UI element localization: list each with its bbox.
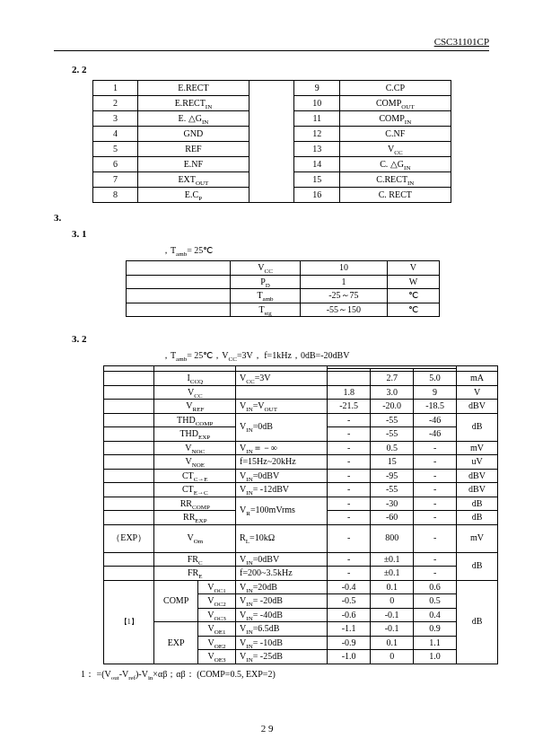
pin-num: 1 bbox=[92, 81, 138, 96]
param-unit: dB bbox=[457, 497, 498, 511]
param-cond: f=200~3.5kHz bbox=[236, 567, 328, 581]
param-cond: VIN= -40dB bbox=[236, 608, 328, 622]
param-min: - bbox=[328, 511, 371, 525]
param-max: 1.1 bbox=[414, 636, 457, 650]
page-number: 2 9 bbox=[0, 723, 534, 734]
param-cond: VIN= -25dB bbox=[236, 650, 328, 664]
param-max: 5.0 bbox=[414, 372, 457, 386]
param-cond: VIN=20dB bbox=[236, 580, 328, 594]
param-max: 1.0 bbox=[414, 650, 457, 664]
pin-name: E. △GIN bbox=[138, 111, 249, 127]
param-group bbox=[104, 427, 154, 442]
param-group bbox=[104, 441, 154, 455]
pin-num: 5 bbox=[92, 142, 138, 157]
param-max: -46 bbox=[414, 427, 457, 442]
footnote-1: 1： =(Vout-Vref)-Vin×αβ；αβ： (COMP=0.5, EX… bbox=[81, 668, 489, 681]
sec31-condition: ，Tamb= 25℃ bbox=[162, 244, 489, 257]
param-min: - bbox=[328, 441, 371, 455]
param-name bbox=[127, 303, 231, 317]
pin-num: 10 bbox=[294, 96, 340, 111]
param-name bbox=[127, 261, 231, 276]
param-cond: VIN=0dBV bbox=[236, 469, 328, 483]
param-value: -25～75 bbox=[300, 289, 387, 303]
param-unit: V bbox=[457, 385, 498, 400]
param-max: - bbox=[414, 552, 457, 567]
param-unit: uV bbox=[457, 455, 498, 470]
param-typ: -95 bbox=[371, 469, 414, 483]
param-min: -0.4 bbox=[328, 580, 371, 594]
param-min: 1.8 bbox=[328, 385, 371, 400]
param-typ: ±0.1 bbox=[371, 552, 414, 567]
param-cond: VCC=3V bbox=[236, 372, 328, 386]
pin-num: 12 bbox=[294, 127, 340, 142]
part-number: CSC31101CP bbox=[54, 36, 489, 47]
param-group bbox=[104, 567, 154, 581]
param-min: -0.5 bbox=[328, 594, 371, 609]
param-min: - bbox=[328, 469, 371, 483]
param-unit: dBV bbox=[457, 483, 498, 497]
param-symbol: RREXP bbox=[154, 511, 236, 525]
pin-num: 14 bbox=[294, 157, 340, 172]
param-min: - bbox=[328, 567, 371, 581]
section-3-1: 3. 1 bbox=[72, 228, 489, 239]
pin-name: E.RECTIN bbox=[138, 96, 249, 111]
pin-num: 11 bbox=[294, 111, 340, 127]
param-group bbox=[104, 483, 154, 497]
param-max: - bbox=[414, 524, 457, 552]
param-symbol: VOC3 bbox=[197, 608, 235, 622]
param-symbol: VNOC bbox=[154, 441, 236, 455]
param-symbol: VOE1 bbox=[197, 622, 235, 637]
pin-name: C. RECT bbox=[340, 188, 451, 203]
param-typ: -0.1 bbox=[371, 622, 414, 637]
param-symbol: CTC→E bbox=[154, 469, 236, 483]
param-symbol: VOm bbox=[154, 524, 236, 552]
elec-char-table: ICCQVCC=3V2.75.0mAVCC1.83.09VVREFVIN=VOU… bbox=[103, 365, 498, 664]
param-max: - bbox=[414, 455, 457, 470]
param-min: - bbox=[328, 524, 371, 552]
param-typ: -30 bbox=[371, 497, 414, 511]
pin-name: REF bbox=[138, 142, 249, 157]
pin-num: 16 bbox=[294, 188, 340, 203]
param-name bbox=[127, 275, 231, 289]
param-unit: dBV bbox=[457, 400, 498, 414]
param-typ: 0 bbox=[371, 650, 414, 664]
spacer bbox=[249, 111, 294, 127]
param-typ: -20.0 bbox=[371, 400, 414, 414]
param-max: - bbox=[414, 511, 457, 525]
pin-name: C.RECTIN bbox=[340, 172, 451, 188]
pin-num: 15 bbox=[294, 172, 340, 188]
param-typ: 3.0 bbox=[371, 385, 414, 400]
section-3-2: 3. 2 bbox=[72, 333, 489, 344]
param-symbol: THDEXP bbox=[154, 427, 236, 442]
param-max: -18.5 bbox=[414, 400, 457, 414]
param-unit: ℃ bbox=[387, 289, 439, 303]
note-ref: 【1】 bbox=[104, 580, 154, 664]
param-group bbox=[104, 455, 154, 470]
param-symbol: ICCQ bbox=[154, 372, 236, 386]
param-max: - bbox=[414, 441, 457, 455]
param-typ: -55 bbox=[371, 483, 414, 497]
param-max: - bbox=[414, 483, 457, 497]
param-cond: VIN= -12dBV bbox=[236, 483, 328, 497]
param-unit: V bbox=[387, 261, 439, 276]
pin-num: 6 bbox=[92, 157, 138, 172]
param-max: 0.5 bbox=[414, 594, 457, 609]
param-min: -0.6 bbox=[328, 608, 371, 622]
param-group bbox=[104, 511, 154, 525]
param-max: - bbox=[414, 469, 457, 483]
param-unit: dBV bbox=[457, 469, 498, 483]
pin-name: C.NF bbox=[340, 127, 451, 142]
param-unit: dB bbox=[457, 580, 498, 664]
param-symbol: VOC1 bbox=[197, 580, 235, 594]
param-min: -0.9 bbox=[328, 636, 371, 650]
param-cond: VIN=0dB bbox=[236, 413, 328, 441]
param-cond: f=15Hz~20kHz bbox=[236, 455, 328, 470]
param-max: 0.6 bbox=[414, 580, 457, 594]
param-cond: RL=10kΩ bbox=[236, 524, 328, 552]
param-symbol: THDCOMP bbox=[154, 413, 236, 427]
param-symbol: VOC2 bbox=[197, 594, 235, 609]
param-group bbox=[104, 413, 154, 427]
sec32-condition: ，Tamb= 25℃，VCC=3V， f=1kHz，0dB=-20dBV bbox=[162, 349, 489, 362]
spacer bbox=[249, 172, 294, 188]
param-max: -46 bbox=[414, 413, 457, 427]
